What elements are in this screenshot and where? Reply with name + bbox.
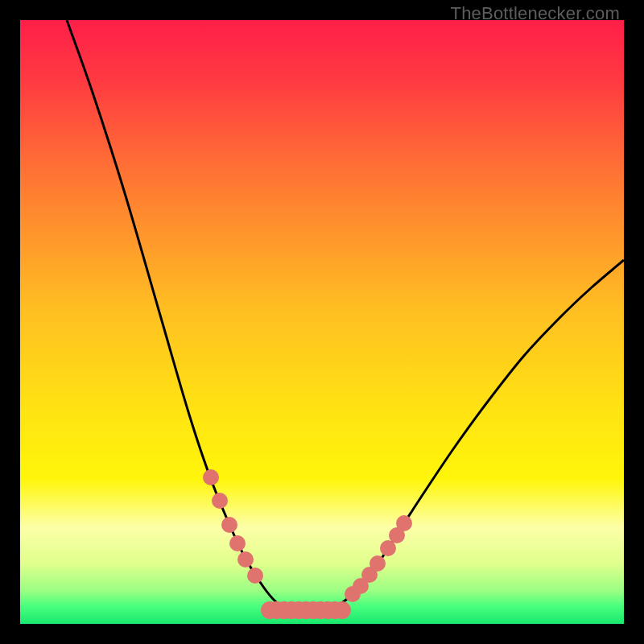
- marker-dot: [333, 601, 351, 619]
- marker-dot: [396, 515, 412, 531]
- chart-frame: TheBottlenecker.com: [0, 0, 644, 644]
- bottleneck-curve: [67, 20, 624, 614]
- bottom-marker-cluster: [261, 601, 351, 619]
- marker-dot: [369, 555, 386, 572]
- watermark-text: TheBottlenecker.com: [451, 3, 620, 24]
- marker-dot: [212, 493, 228, 509]
- marker-dot: [203, 469, 219, 485]
- marker-dot: [229, 535, 246, 551]
- marker-dot: [237, 551, 254, 568]
- plot-area: [20, 20, 624, 624]
- marker-dot: [221, 517, 237, 533]
- marker-dot: [247, 568, 263, 584]
- curve-layer: [20, 20, 624, 624]
